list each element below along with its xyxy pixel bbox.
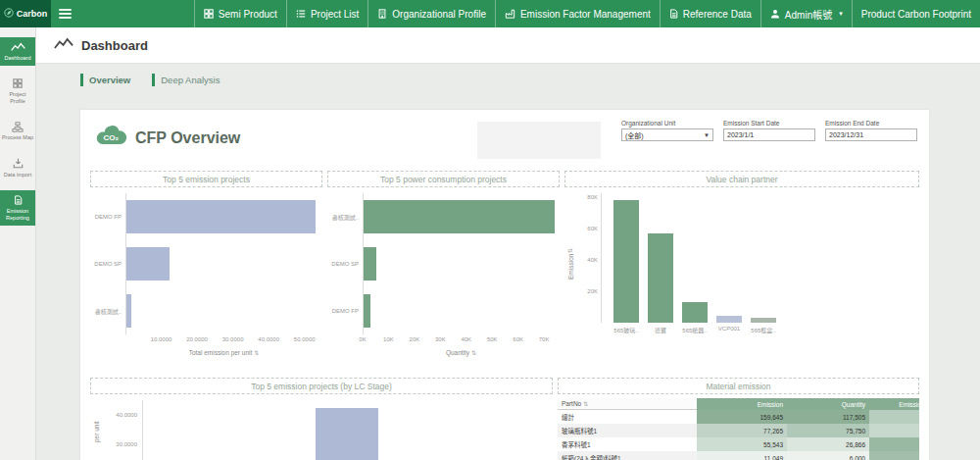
org-unit-select[interactable]: (全部) ▼ — [621, 128, 713, 141]
nav-item-label: Semi Product — [219, 9, 277, 20]
nav-item-project-list[interactable]: Project List — [286, 0, 368, 27]
table-row[interactable]: 玻璃瓶料號177,26575,7501.02 — [558, 424, 919, 437]
bar-category-label: 565紙器.. — [682, 326, 708, 334]
cell-quantity: 6,000 — [787, 451, 869, 460]
chart4-y-axis-ticks: 40.000030.0000 — [103, 400, 142, 460]
bar[interactable] — [126, 247, 170, 281]
sort-icon[interactable]: ⇅ — [566, 249, 573, 254]
hamburger-menu-icon[interactable] — [51, 0, 78, 27]
sort-icon[interactable]: ⇅ — [471, 350, 476, 356]
svg-text:CO₂: CO₂ — [104, 133, 120, 142]
nav-item-semi-product[interactable]: Semi Product — [194, 0, 286, 27]
end-date-input[interactable]: 2023/12/31 — [825, 128, 917, 141]
bar-track — [363, 193, 560, 240]
bar[interactable] — [364, 294, 370, 328]
start-date-value: 2023/1/1 — [727, 131, 754, 138]
column-header-partno[interactable]: PartNo⇅ — [558, 398, 697, 410]
nav-item-product-carbon-footprint[interactable]: Product Carbon Footprint — [852, 0, 980, 27]
bar[interactable] — [613, 200, 639, 324]
chart-row: 審核測試.. — [327, 193, 560, 240]
chart3-category-labels: 565玻璃..德寶565紙器..VCP001565框盒.. — [601, 326, 919, 334]
tab-deep-analysis[interactable]: Deep Analysis — [152, 74, 220, 86]
y-tick-label: 60K — [587, 226, 598, 231]
bar[interactable] — [364, 247, 376, 281]
start-date-input[interactable]: 2023/1/1 — [723, 128, 815, 141]
bar-category-label: 565框盒.. — [751, 326, 776, 334]
sidebar-item-project-profile[interactable]: Project Profile — [0, 74, 35, 109]
app-logo[interactable]: Carbon — [0, 0, 51, 27]
bar[interactable] — [648, 233, 673, 324]
top-nav-items: Semi ProductProject ListOrganizational P… — [194, 0, 980, 27]
sidebar: DashboardProject ProfileProcess MapData … — [0, 27, 36, 460]
column-header-emission-per-unit[interactable]: Emission per unit — [869, 398, 919, 410]
sidebar-item-emission-reporting[interactable]: Emission Reporting — [0, 190, 35, 226]
bar-category-label: DEMO FP — [327, 308, 363, 314]
nav-item-admin-account[interactable]: Admin帳號▾ — [760, 0, 852, 27]
cell-emission-per-unit: 1.02 — [869, 424, 919, 437]
nav-item-reference-data[interactable]: Reference Data — [660, 0, 760, 27]
sidebar-item-data-import[interactable]: Data import — [0, 154, 35, 182]
panel-title-top5-power: Top 5 power consumption projects — [327, 171, 560, 187]
panel-value-chain-partner: Value chain partner Emission⇅ 80K60K40K2… — [564, 171, 919, 356]
main-content: Overview Deep Analysis CO₂ CFP Overview … — [36, 64, 980, 460]
panel-material-emission: Material emission PartNo⇅EmissionQuantit… — [558, 378, 919, 460]
cell-partno: 玻璃瓶料號1 — [558, 424, 697, 437]
cell-emission: 77,265 — [697, 424, 787, 437]
bar[interactable] — [126, 200, 316, 233]
chart4-y-axis-title: per unit — [90, 400, 103, 460]
y-tick-label: 40K — [587, 257, 598, 263]
y-tick-label: 20K — [587, 288, 598, 294]
bar-category-label: 審核測試.. — [327, 213, 363, 222]
page-header: Dashboard — [36, 27, 980, 64]
caret-down-icon: ▼ — [704, 132, 710, 138]
panel-top5-emission-projects: Top 5 emission projects DEMO FPDEMO SP審核… — [90, 171, 322, 356]
tab-overview[interactable]: Overview — [80, 74, 130, 86]
bar[interactable] — [751, 318, 776, 323]
chart-row: 審核測試.. — [90, 287, 322, 334]
lc-stage-bar[interactable] — [316, 408, 378, 460]
sidebar-item-process-map[interactable]: Process Map — [0, 117, 35, 145]
cell-partno: 香茅料號1 — [558, 437, 697, 451]
lc-stage-chart: per unit 40.000030.0000 — [90, 394, 553, 460]
sort-icon[interactable]: ⇅ — [583, 401, 588, 407]
chart4-plot-area — [142, 400, 553, 460]
project-list-icon — [296, 9, 306, 19]
cell-emission: 159,645 — [697, 410, 787, 425]
sidebar-item-dashboard[interactable]: Dashboard — [0, 37, 35, 66]
column-header-label: Quantity — [842, 401, 865, 408]
nav-item-organizational-profile[interactable]: Organizational Profile — [368, 0, 495, 27]
column-header-label: PartNo — [562, 400, 581, 407]
x-tick-label: 0K — [359, 336, 366, 342]
cell-emission: 55,543 — [697, 437, 787, 451]
import-icon — [13, 158, 24, 170]
nav-item-emission-factor-management[interactable]: Emission Factor Management — [495, 0, 660, 27]
column-header-emission[interactable]: Emission — [697, 398, 787, 410]
cell-emission-per-unit: 2.07 — [869, 437, 919, 451]
x-tick-label: 50K — [487, 336, 498, 342]
logo-leaf-icon — [4, 8, 14, 20]
table-row[interactable]: 總計159,645117,5051.36 — [558, 410, 919, 425]
bar[interactable] — [364, 200, 555, 233]
dashboard-chart-icon — [54, 36, 74, 54]
caret-down-icon: ▾ — [839, 10, 843, 18]
material-emission-table: PartNo⇅EmissionQuantityEmission per unit… — [558, 398, 919, 460]
table-row[interactable]: 香茅料號155,54326,8662.07 — [558, 437, 919, 451]
column-header-quantity[interactable]: Quantity — [787, 398, 869, 410]
cell-quantity: 117,505 — [787, 410, 869, 425]
sort-icon[interactable]: ⇅ — [254, 350, 259, 356]
chart1-x-axis-title: Total emission per unit⇅ — [125, 349, 322, 356]
panel-top5-power-consumption: Top 5 power consumption projects 審核測試..D… — [327, 171, 560, 356]
bar[interactable] — [682, 302, 708, 323]
cfp-overview-card: CO₂ CFP Overview Organizational Unit (全部… — [80, 110, 929, 460]
bar-track — [363, 240, 560, 287]
top5-power-consumption-chart: 審核測試..DEMO SPDEMO FP — [327, 187, 560, 334]
bar-category-label: 審核測試.. — [90, 307, 125, 316]
table-row[interactable]: 紙箱(24入金額)料號111,0496,0001.84 — [558, 451, 919, 460]
bar-track — [125, 287, 322, 334]
cell-partno: 總計 — [558, 410, 697, 425]
nav-item-label: Emission Factor Management — [520, 9, 651, 20]
column-header-label: Emission per unit — [899, 401, 919, 408]
org-unit-label: Organizational Unit — [621, 120, 713, 127]
bar[interactable] — [716, 316, 742, 323]
bar[interactable] — [126, 294, 131, 328]
